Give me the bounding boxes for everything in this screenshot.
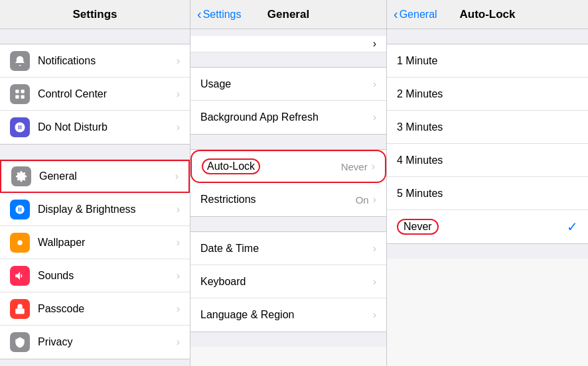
auto-lock-option-3min[interactable]: 3 Minutes bbox=[387, 111, 588, 144]
auto-lock-label: Auto-Lock bbox=[202, 158, 341, 174]
restrictions-chevron: › bbox=[373, 194, 376, 206]
datetime-chevron: › bbox=[373, 243, 376, 255]
svg-point-5 bbox=[17, 240, 23, 245]
restrictions-label: Restrictions bbox=[200, 194, 356, 206]
sidebar-item-control-center[interactable]: Control Center › bbox=[0, 78, 190, 111]
auto-lock-list: 1 Minute 2 Minutes 3 Minutes 4 Minutes 5… bbox=[387, 29, 588, 366]
background-refresh-label: Background App Refresh bbox=[200, 111, 373, 123]
language-chevron: › bbox=[373, 309, 376, 321]
usage-label: Usage bbox=[200, 78, 373, 90]
auto-lock-option-never[interactable]: Never ✓ bbox=[387, 210, 588, 243]
never-label: Never bbox=[397, 219, 567, 235]
general-icon bbox=[11, 166, 31, 186]
auto-lock-option-4min[interactable]: 4 Minutes bbox=[387, 144, 588, 177]
restrictions-value: On bbox=[356, 194, 369, 206]
privacy-label: Privacy bbox=[38, 336, 177, 348]
wallpaper-label: Wallpaper bbox=[38, 237, 177, 249]
privacy-chevron: › bbox=[177, 336, 180, 348]
1min-label: 1 Minute bbox=[397, 55, 578, 67]
sidebar-item-general[interactable]: General › bbox=[0, 160, 190, 193]
sidebar-item-dnd[interactable]: Do Not Disturb › bbox=[0, 111, 190, 144]
usage-chevron: › bbox=[373, 78, 376, 90]
settings-navbar: Settings bbox=[0, 0, 190, 29]
control-center-label: Control Center bbox=[38, 88, 177, 100]
passcode-icon bbox=[10, 299, 30, 319]
privacy-icon bbox=[10, 332, 30, 352]
section-general: General › Display & Brightness › Wallpap… bbox=[0, 159, 190, 359]
general-section-1: Usage › Background App Refresh › bbox=[190, 67, 386, 135]
auto-lock-highlight: Auto-Lock bbox=[202, 158, 260, 174]
auto-lock-option-5min[interactable]: 5 Minutes bbox=[387, 177, 588, 210]
keyboard-label: Keyboard bbox=[200, 276, 373, 288]
general-back-button[interactable]: ‹ Settings bbox=[197, 7, 241, 22]
sounds-label: Sounds bbox=[38, 270, 177, 282]
partial-chevron: › bbox=[373, 38, 376, 50]
general-section-3: Date & Time › Keyboard › Language & Regi… bbox=[190, 231, 386, 332]
2min-label: 2 Minutes bbox=[397, 88, 578, 100]
sidebar-item-wallpaper[interactable]: Wallpaper › bbox=[0, 226, 190, 259]
notifications-icon bbox=[10, 51, 30, 71]
dnd-label: Do Not Disturb bbox=[38, 121, 177, 133]
never-highlight: Never bbox=[397, 219, 439, 235]
partial-top-row: › bbox=[190, 36, 386, 52]
checkmark-icon: ✓ bbox=[567, 219, 578, 235]
sidebar-item-notifications[interactable]: Notifications › bbox=[0, 44, 190, 78]
auto-lock-option-2min[interactable]: 2 Minutes bbox=[387, 78, 588, 111]
dnd-chevron: › bbox=[177, 121, 180, 133]
language-label: Language & Region bbox=[200, 309, 373, 321]
general-item-restrictions[interactable]: Restrictions On › bbox=[190, 183, 386, 216]
sidebar-item-privacy[interactable]: Privacy › bbox=[0, 326, 190, 359]
svg-rect-3 bbox=[21, 95, 25, 98]
auto-lock-chevron: › bbox=[372, 160, 375, 172]
sidebar-item-display[interactable]: Display & Brightness › bbox=[0, 193, 190, 226]
auto-lock-back-button[interactable]: ‹ General bbox=[394, 7, 437, 22]
general-navbar: ‹ Settings General bbox=[190, 0, 386, 29]
4min-label: 4 Minutes bbox=[397, 154, 578, 166]
display-icon bbox=[10, 200, 30, 219]
passcode-label: Passcode bbox=[38, 303, 177, 315]
auto-lock-options-section: 1 Minute 2 Minutes 3 Minutes 4 Minutes 5… bbox=[387, 44, 588, 244]
general-panel: ‹ Settings General › Usage › Background … bbox=[190, 0, 387, 366]
general-item-datetime[interactable]: Date & Time › bbox=[190, 232, 386, 265]
auto-lock-navbar: ‹ General Auto-Lock bbox=[387, 0, 588, 29]
background-refresh-chevron: › bbox=[373, 111, 376, 123]
svg-rect-0 bbox=[15, 90, 19, 93]
keyboard-chevron: › bbox=[373, 276, 376, 288]
general-title: General bbox=[267, 8, 309, 21]
sounds-chevron: › bbox=[177, 270, 180, 282]
general-section-2: Auto-Lock Never › Restrictions On › bbox=[190, 149, 386, 217]
auto-lock-back-label: General bbox=[400, 9, 437, 21]
general-item-language[interactable]: Language & Region › bbox=[190, 298, 386, 332]
general-item-usage[interactable]: Usage › bbox=[190, 68, 386, 101]
auto-lock-panel: ‹ General Auto-Lock 1 Minute 2 Minutes 3… bbox=[387, 0, 588, 366]
sidebar-item-passcode[interactable]: Passcode › bbox=[0, 292, 190, 326]
auto-lock-option-1min[interactable]: 1 Minute bbox=[387, 44, 588, 78]
general-label: General bbox=[39, 170, 175, 182]
general-item-auto-lock[interactable]: Auto-Lock Never › bbox=[190, 150, 386, 183]
display-label: Display & Brightness bbox=[38, 204, 177, 215]
sidebar-item-sounds[interactable]: Sounds › bbox=[0, 259, 190, 292]
dnd-icon bbox=[10, 117, 30, 137]
datetime-label: Date & Time bbox=[200, 243, 373, 255]
general-back-label: Settings bbox=[203, 9, 242, 21]
3min-label: 3 Minutes bbox=[397, 121, 578, 133]
svg-rect-1 bbox=[21, 90, 25, 93]
control-center-icon bbox=[10, 84, 30, 104]
back-chevron-icon: ‹ bbox=[197, 7, 202, 22]
general-item-keyboard[interactable]: Keyboard › bbox=[190, 265, 386, 298]
wallpaper-chevron: › bbox=[177, 237, 180, 249]
notifications-label: Notifications bbox=[38, 55, 177, 67]
auto-lock-value: Never bbox=[341, 161, 368, 172]
section-connectivity: Notifications › Control Center › Do Not … bbox=[0, 44, 190, 145]
general-list: › Usage › Background App Refresh › Auto-… bbox=[190, 29, 386, 366]
settings-list: Notifications › Control Center › Do Not … bbox=[0, 29, 190, 366]
auto-lock-back-chevron-icon: ‹ bbox=[394, 7, 398, 22]
display-chevron: › bbox=[177, 204, 180, 215]
passcode-chevron: › bbox=[177, 303, 180, 315]
general-item-background-refresh[interactable]: Background App Refresh › bbox=[190, 101, 386, 134]
sounds-icon bbox=[10, 266, 30, 286]
control-center-chevron: › bbox=[177, 88, 180, 100]
notifications-chevron: › bbox=[177, 55, 180, 67]
auto-lock-title: Auto-Lock bbox=[459, 8, 515, 21]
general-chevron: › bbox=[175, 170, 179, 182]
